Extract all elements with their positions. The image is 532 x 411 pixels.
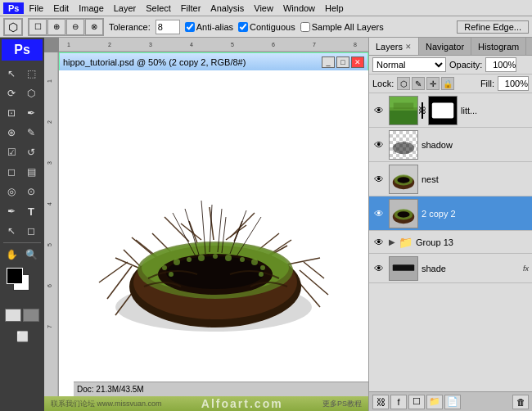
image-menu[interactable]: Image xyxy=(74,2,109,14)
crop-tool[interactable]: ⊡ xyxy=(2,103,21,123)
filter-menu[interactable]: Filter xyxy=(176,2,205,14)
dodge-tool[interactable]: ⊙ xyxy=(21,182,41,201)
new-layer-btn[interactable]: 📄 xyxy=(444,395,461,409)
foreground-color-swatch[interactable] xyxy=(7,268,23,284)
histogram-tab[interactable]: Histogram xyxy=(471,38,526,55)
lock-transparent-btn[interactable]: ⬡ xyxy=(397,77,410,90)
site-logo: Alfoart.com xyxy=(201,397,283,410)
quick-mask-btn[interactable] xyxy=(23,309,39,322)
fill-input[interactable] xyxy=(498,76,529,91)
layer-name: shadow xyxy=(422,140,529,150)
zoom-tool[interactable]: 🔍 xyxy=(21,245,41,264)
magic-wand-tool[interactable]: ⬡ xyxy=(4,19,22,35)
new-selection-btn[interactable]: ☐ xyxy=(29,19,47,35)
hand-tool[interactable]: ✋ xyxy=(2,245,21,264)
layer-item[interactable]: 👁 shadow xyxy=(369,128,532,162)
move-tool[interactable]: ↖ xyxy=(2,64,21,84)
sample-all-checkbox-label[interactable]: Sample All Layers xyxy=(300,22,384,32)
ps-menu[interactable]: Ps xyxy=(3,2,24,14)
eyedropper-tool[interactable]: ✒ xyxy=(21,103,41,123)
lasso-tool[interactable]: ⟳ xyxy=(2,84,21,103)
group-expand-arrow[interactable]: ▶ xyxy=(389,237,395,246)
group-name: Group 13 xyxy=(416,237,453,247)
antialias-checkbox-label[interactable]: Anti-alias xyxy=(185,22,233,32)
canvas-content[interactable] xyxy=(59,70,368,396)
lock-pixels-btn[interactable]: ✎ xyxy=(412,77,425,90)
new-group-btn[interactable]: 📁 xyxy=(426,395,443,409)
ruler-left: 1 2 3 4 5 6 7 xyxy=(44,52,59,411)
intersect-selection-btn[interactable]: ⊗ xyxy=(85,19,103,35)
brush-tool[interactable]: ✎ xyxy=(21,123,41,142)
layer-visibility-eye[interactable]: 👁 xyxy=(372,262,385,275)
clone-stamp-tool[interactable]: ☑ xyxy=(2,142,21,162)
path-selection-tool[interactable]: ↖ xyxy=(2,221,21,241)
layer-visibility-eye[interactable]: 👁 xyxy=(372,138,385,151)
add-style-btn[interactable]: f xyxy=(390,395,407,409)
magic-wand-tool-tb[interactable]: ⬡ xyxy=(21,84,41,103)
lock-all-btn[interactable]: 🔒 xyxy=(441,77,454,90)
layer-name: 2 copy 2 xyxy=(422,209,529,219)
delete-layer-btn[interactable]: 🗑 xyxy=(512,395,529,409)
link-layers-btn[interactable]: ⛓ xyxy=(372,395,389,409)
svg-text:2: 2 xyxy=(108,42,111,47)
standard-mode-btn[interactable] xyxy=(5,309,21,322)
layer-name: litt... xyxy=(461,106,529,115)
layer-item[interactable]: 👁 ⛓ litt... xyxy=(369,93,532,128)
layers-tab[interactable]: Layers ✕ xyxy=(369,38,419,55)
navigator-tab[interactable]: Navigator xyxy=(419,38,471,55)
shape-tool[interactable]: ◻ xyxy=(21,221,41,241)
svg-text:4: 4 xyxy=(190,42,193,47)
healing-tool[interactable]: ⊛ xyxy=(2,123,21,142)
layer-menu[interactable]: Layer xyxy=(109,2,142,14)
sample-all-checkbox[interactable] xyxy=(300,22,310,32)
eraser-tool[interactable]: ◻ xyxy=(2,162,21,182)
document-canvas[interactable] xyxy=(59,70,368,396)
analysis-menu[interactable]: Analysis xyxy=(205,2,249,14)
add-mask-btn[interactable]: ☐ xyxy=(408,395,425,409)
layer-item[interactable]: 👁 nest xyxy=(369,162,532,196)
layer-visibility-eye[interactable]: 👁 xyxy=(372,173,385,186)
layer-visibility-eye[interactable]: 👁 xyxy=(372,236,385,249)
select-menu[interactable]: Select xyxy=(141,2,176,14)
layer-visibility-eye[interactable]: 👁 xyxy=(372,207,385,220)
view-menu[interactable]: View xyxy=(249,2,278,14)
pen-tool[interactable]: ✒ xyxy=(2,201,21,221)
svg-text:7: 7 xyxy=(47,325,52,328)
antialias-checkbox[interactable] xyxy=(185,22,195,32)
selection-tool[interactable]: ⬚ xyxy=(21,64,41,84)
type-tool[interactable]: T xyxy=(21,201,41,221)
layer-visibility-eye[interactable]: 👁 xyxy=(372,104,385,117)
layer-item-selected[interactable]: 👁 2 copy 2 xyxy=(369,196,532,231)
svg-point-76 xyxy=(393,142,414,154)
gradient-tool[interactable]: ▤ xyxy=(21,162,41,182)
maximize-button[interactable]: □ xyxy=(336,56,349,68)
refine-edge-button[interactable]: Refine Edge... xyxy=(457,20,529,34)
layers-panel: Layers ✕ Navigator Histogram Normal Mult… xyxy=(368,38,532,411)
lock-position-btn[interactable]: ✛ xyxy=(426,77,440,90)
layer-item[interactable]: 👁 shade fx xyxy=(369,254,532,283)
close-button[interactable]: ✕ xyxy=(351,56,364,68)
file-menu[interactable]: File xyxy=(24,2,48,14)
window-menu[interactable]: Window xyxy=(278,2,320,14)
edit-menu[interactable]: Edit xyxy=(48,2,74,14)
help-menu[interactable]: Help xyxy=(320,2,349,14)
ps-logo: Ps xyxy=(2,39,43,61)
contiguous-checkbox-label[interactable]: Contiguous xyxy=(238,22,295,32)
group-item[interactable]: 👁 ▶ 📁 Group 13 xyxy=(369,231,532,254)
screen-mode-btn[interactable]: ⬜ xyxy=(10,327,34,346)
opacity-input[interactable] xyxy=(485,57,516,72)
layers-tab-close[interactable]: ✕ xyxy=(405,43,412,51)
layer-thumbnail xyxy=(389,165,418,194)
history-brush-tool[interactable]: ↺ xyxy=(21,142,41,162)
layer-name: shade xyxy=(422,264,520,273)
contiguous-checkbox[interactable] xyxy=(238,22,248,32)
svg-point-50 xyxy=(166,256,264,289)
minimize-button[interactable]: _ xyxy=(322,56,335,68)
tolerance-input[interactable] xyxy=(156,20,180,34)
blend-mode-select[interactable]: Normal Multiply Screen Overlay xyxy=(372,57,446,72)
layer-thumbnail xyxy=(389,256,418,281)
subtract-selection-btn[interactable]: ⊖ xyxy=(66,19,84,35)
blur-tool[interactable]: ◎ xyxy=(2,182,21,201)
add-selection-btn[interactable]: ⊕ xyxy=(47,19,65,35)
group-folder-icon: 📁 xyxy=(399,236,413,249)
